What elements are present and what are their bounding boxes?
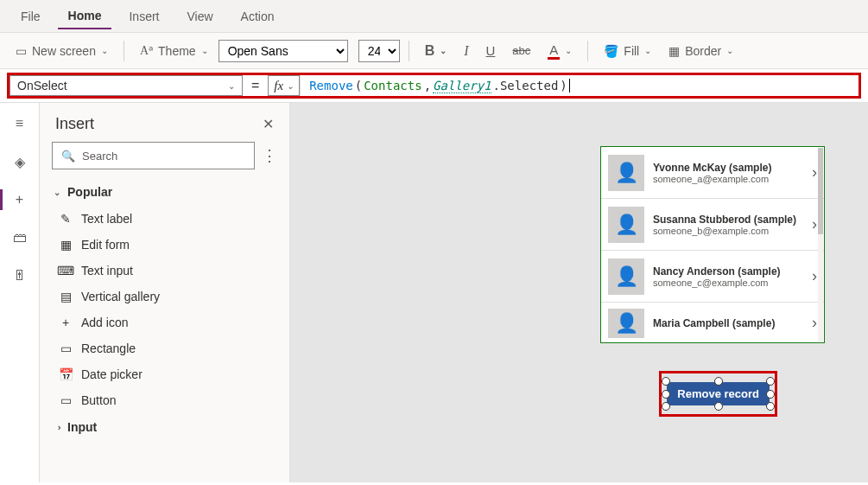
gallery-item[interactable]: 👤 Nancy Anderson (sample)someone_c@examp… [601,251,824,303]
menu-view[interactable]: View [176,4,223,29]
insert-button[interactable]: ▭Button [40,387,289,413]
fill-label: Fill [624,44,639,58]
item-label: Text label [81,212,132,226]
menu-file[interactable]: File [10,4,51,29]
chevron-right-icon[interactable]: › [812,163,817,182]
new-screen-button[interactable]: ▭ New screen ⌄ [9,41,115,61]
item-label: Edit form [81,238,130,252]
left-rail: ≡ ◈ + 🗃 🎚 [0,103,40,482]
chevron-down-icon: ⌄ [565,46,572,55]
menu-bar: File Home Insert View Action [0,0,868,33]
resize-handle[interactable] [766,377,775,386]
contact-email: someone_c@example.com [653,278,803,288]
resize-handle[interactable] [714,377,723,386]
formula-token: , [424,79,431,93]
chevron-right-icon[interactable]: › [812,267,817,285]
rail-data[interactable]: 🗃 [11,229,29,246]
rail-insert[interactable]: + [11,191,29,208]
panel-title: Insert [55,115,94,133]
gallery-control[interactable]: 👤 Yvonne McKay (sample)someone_a@example… [600,146,825,343]
contact-email: someone_a@example.com [653,174,803,184]
item-label: Button [81,393,116,407]
border-label: Border [685,44,721,58]
contact-name: Susanna Stubberod (sample) [653,214,803,226]
category-input[interactable]: ⌄ Input [40,413,289,441]
font-color-button[interactable]: A ⌄ [541,39,579,63]
resize-handle[interactable] [714,402,723,411]
insert-rectangle[interactable]: ▭Rectangle [40,335,289,361]
insert-text-input[interactable]: ⌨Text input [40,258,289,284]
rail-settings[interactable]: 🎚 [11,267,29,284]
font-color-icon: A [548,42,560,60]
formula-token-var: Gallery1 [433,79,491,93]
fill-button[interactable]: 🪣 Fill ⌄ [597,41,658,61]
menu-insert[interactable]: Insert [118,4,169,29]
resize-handle[interactable] [662,390,670,399]
insert-date-picker[interactable]: 📅Date picker [40,361,289,387]
search-placeholder: Search [82,150,117,163]
resize-handle[interactable] [766,402,775,411]
menu-home[interactable]: Home [58,3,112,29]
avatar: 👤 [608,258,644,295]
separator [587,41,588,61]
theme-button[interactable]: Aᵃ Theme ⌄ [133,40,215,61]
calendar-icon: 📅 [59,367,73,381]
fx-button[interactable]: fx ⌄ [268,75,300,96]
close-icon[interactable]: ✕ [263,116,274,132]
property-label: OnSelect [17,79,67,93]
scrollbar-thumb[interactable] [818,148,823,234]
avatar: 👤 [608,309,644,338]
canvas[interactable]: 👤 Yvonne McKay (sample)someone_a@example… [290,103,868,482]
insert-vertical-gallery[interactable]: ▤Vertical gallery [40,284,289,310]
underline-button[interactable]: U [479,40,503,61]
screen-icon: ▭ [16,44,27,58]
chevron-down-icon: ⌄ [54,188,60,197]
gallery-item[interactable]: 👤 Maria Campbell (sample) › [601,303,824,343]
menu-action[interactable]: Action [231,4,285,29]
contact-name: Nancy Anderson (sample) [653,265,803,278]
formula-token-id: Contacts [364,79,421,93]
chevron-right-icon[interactable]: › [812,314,817,332]
item-label: Add icon [81,316,128,329]
insert-add-icon[interactable]: +Add icon [40,310,289,335]
formula-input[interactable]: Remove( Contacts, Gallery1.Selected ) [300,75,858,96]
chevron-down-icon: ⌄ [726,46,733,55]
chevron-down-icon: ⌄ [101,46,108,55]
plus-icon: + [59,316,73,329]
rail-layers[interactable]: ◈ [11,153,29,170]
remove-record-button[interactable]: Remove record [667,382,770,405]
resize-handle[interactable] [662,377,670,386]
contact-name: Yvonne McKay (sample) [653,162,803,174]
resize-handle[interactable] [662,402,670,411]
theme-icon: Aᵃ [140,43,153,58]
property-selector[interactable]: OnSelect ⌄ [10,75,243,96]
insert-panel: Insert ✕ 🔍 Search ⋮ ⌄ Popular ✎Text labe… [40,103,290,482]
chevron-right-icon: ⌄ [53,424,62,431]
strikethrough-button[interactable]: abc [505,41,537,61]
rectangle-icon: ▭ [59,341,73,355]
category-popular[interactable]: ⌄ Popular [40,178,289,206]
gallery-item[interactable]: 👤 Susanna Stubberod (sample)someone_b@ex… [601,199,824,251]
font-select[interactable]: Open Sans [219,40,348,62]
font-size-select[interactable]: 24 [358,40,400,62]
button-selection-highlight: Remove record [659,371,777,417]
chevron-down-icon: ⌄ [228,81,235,91]
more-icon[interactable]: ⋮ [262,146,277,165]
resize-handle[interactable] [766,390,775,399]
bold-button[interactable]: B ⌄ [418,40,454,62]
item-label: Text input [81,264,133,278]
border-button[interactable]: ▦ Border ⌄ [662,41,740,61]
button-label: Remove record [677,387,759,400]
insert-text-label[interactable]: ✎Text label [40,206,289,232]
insert-edit-form[interactable]: ▦Edit form [40,232,289,258]
italic-button[interactable]: I [457,40,475,62]
gallery-item[interactable]: 👤 Yvonne McKay (sample)someone_a@example… [601,147,824,199]
equals-sign: = [243,78,268,93]
text-icon: ✎ [59,212,73,226]
search-input[interactable]: 🔍 Search [52,142,255,169]
chevron-right-icon[interactable]: › [812,215,817,233]
separator [409,41,409,61]
category-label: Input [67,420,97,434]
input-icon: ⌨ [59,264,73,278]
rail-tree-view[interactable]: ≡ [11,115,29,132]
